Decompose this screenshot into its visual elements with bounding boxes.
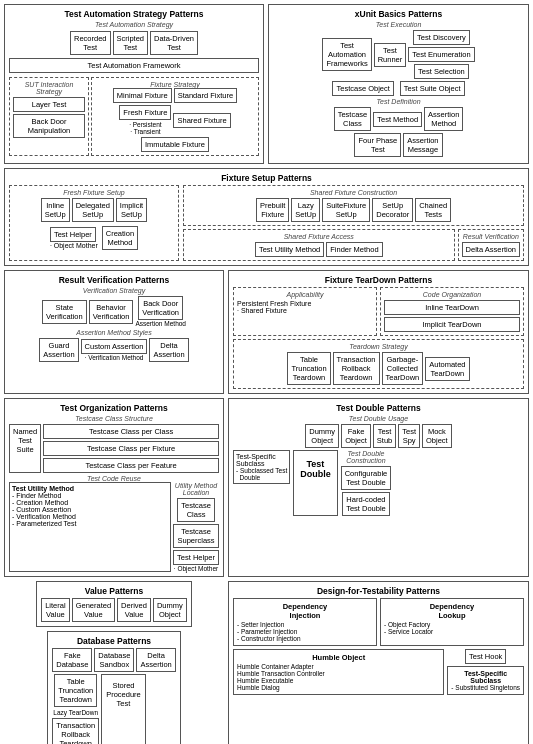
testcase-class-list: Testcase Class per Class Testcase Class … (43, 424, 219, 473)
delta-assertion-db: DeltaAssertion (136, 648, 175, 672)
automation-sub-label: Test Automation Strategy (9, 21, 259, 28)
dep-injection-section: DependencyInjection - Setter Injection -… (233, 598, 377, 646)
test-utility-method: Test Utility Method (255, 242, 324, 257)
object-mother-label: · Object Mother (50, 242, 98, 249)
fixture-teardown-title: Fixture TearDown Patterns (233, 275, 524, 285)
execution-label: Test Execution (273, 21, 524, 28)
recorded-test: RecordedTest (70, 31, 111, 55)
transaction-rollback-db: TransactionRollbackTeardown (52, 718, 99, 744)
fresh-fixture-group: Fresh Fixture · Persistent· Transient (119, 105, 171, 135)
implicit-setup: ImplicitSetUp (116, 198, 147, 222)
applicability-label: Applicability (237, 291, 373, 298)
database-bottom-items: TableTruncationTeardown Lazy TearDown Tr… (52, 674, 175, 744)
assertion-style-items: GuardAssertion Custom Assertion · Verifi… (9, 338, 219, 362)
verification-strategy-label: Verification Strategy (9, 287, 219, 294)
derived-value: DerivedValue (117, 598, 151, 622)
automation-strategy-section: Test Automation Strategy Patterns Test A… (4, 4, 264, 164)
helper-group: Test Helper · Object Mother (50, 227, 98, 249)
utility-method-group: Test Utility Method - Finder Method - Cr… (9, 482, 171, 572)
service-locator: - Service Locator (384, 628, 520, 635)
value-patterns-section: Value Patterns LiteralValue GeneratedVal… (36, 581, 192, 627)
result-verification-mini: Result Verification Delta Assertion (458, 229, 524, 261)
minimal-fixture: Minimal Fixture (113, 88, 172, 103)
teardown-strategy-label: Teardown Strategy (237, 343, 520, 350)
test-specific-sub-section: Test-SpecificSubclass - Substituted Sing… (447, 666, 524, 695)
fixture-top-items: Minimal Fixture Standard Fixture (95, 88, 255, 103)
prebuilt-fixture: PrebuiltFixture (256, 198, 289, 222)
fake-database: FakeDatabase (52, 648, 92, 672)
shared-access-label: Shared Fixture Access (187, 233, 451, 240)
custom-assertion: Custom Assertion (81, 339, 148, 354)
execution-items: TestAutomationFrameworks TestRunner Test… (273, 30, 524, 79)
shared-construction-items: PrebuiltFixture LazySetUp SuiteFixtureSe… (187, 198, 520, 222)
generated-value: GeneratedValue (72, 598, 115, 622)
utility-sub-items: - Finder Method - Creation Method - Cust… (12, 492, 168, 527)
humble-hook-row: Humble Object Humble Container Adapter H… (233, 649, 524, 695)
setup-decorator: SetUpDecorator (372, 198, 413, 222)
shared-access-items: Test Utility Method Finder Method (187, 242, 451, 257)
xunit-section: xUnit Basics Patterns Test Execution Tes… (268, 4, 529, 164)
definition-items: TestcaseClass Test Method AssertionMetho… (273, 107, 524, 131)
testcase-superclass-box: TestcaseSuperclass (173, 524, 218, 548)
teardown-top: Applicability Persistent Fresh Fixture ·… (233, 287, 524, 336)
subclassed-sub: - Subclassed Test Double (236, 467, 287, 481)
setter-injection: - Setter Injection (237, 621, 373, 628)
fresh-setup-section: Fresh Fixture Setup InlineSetUp Delegate… (9, 185, 179, 261)
chained-tests: ChainedTests (415, 198, 451, 222)
code-reuse-row: Test Utility Method - Finder Method - Cr… (9, 482, 219, 572)
sut-fixture-row: SUT InteractionStrategy Layer Test Back … (9, 77, 259, 156)
top-row: Test Automation Strategy Patterns Test A… (4, 4, 529, 164)
test-helper-location: Test Helper · Object Mother (173, 550, 219, 572)
humble-object-section: Humble Object Humble Container Adapter H… (233, 649, 444, 695)
creation-method-box: CreationMethod (102, 226, 138, 250)
test-discovery: Test Discovery (413, 30, 470, 45)
hook-subclass-group: Test Hook Test-SpecificSubclass - Substi… (447, 649, 524, 695)
stored-procedure-test: StoredProcedureTest (101, 674, 146, 744)
test-suite-object: Test Suite Object (400, 81, 465, 96)
suite-fixture-setup: SuiteFixtureSetUp (322, 198, 370, 222)
data-driven-test: Data-DrivenTest (150, 31, 198, 55)
design-testability-title: Design-for-Testability Patterns (233, 586, 524, 596)
dep-row: DependencyInjection - Setter Injection -… (233, 598, 524, 646)
fixture-setup-row: Fresh Fixture Setup InlineSetUp Delegate… (9, 185, 524, 261)
test-double-main: TestDouble (293, 450, 338, 516)
layer-test: Layer Test (13, 97, 85, 112)
automation-items: RecordedTest ScriptedTest Data-DrivenTes… (9, 31, 259, 55)
immutable-fixture: Immutable Fixture (141, 137, 209, 152)
automation-frameworks: TestAutomationFrameworks (322, 38, 371, 71)
test-specific-sub-title: Test-SpecificSubclass (451, 670, 520, 684)
table-truncation: TableTruncationTeardown (287, 352, 330, 385)
scripted-test: ScriptedTest (113, 31, 149, 55)
teardown-strategy-section: Teardown Strategy TableTruncationTeardow… (233, 339, 524, 389)
testcase-class-box: TestcaseClass (177, 498, 215, 522)
result-verification-mini-label: Result Verification (462, 233, 520, 240)
dep-injection-items: - Setter Injection - Parameter Injection… (237, 621, 373, 642)
lazy-teardown-label: Lazy TearDown (53, 709, 98, 716)
dummy-object: DummyObject (305, 424, 339, 448)
xunit-title: xUnit Basics Patterns (273, 9, 524, 19)
test-spy: TestSpy (398, 424, 420, 448)
test-method: Test Method (373, 112, 422, 127)
garbage-collected: Garbage-CollectedTearDown (382, 352, 424, 385)
verification-method-sub2: - Verification Method (12, 513, 168, 520)
named-test-suite: NamedTestSuite (9, 424, 41, 473)
behavior-verification: BehaviorVerification (89, 300, 134, 324)
testcase-class: TestcaseClass (334, 107, 372, 131)
humble-items: Humble Container Adapter Humble Transact… (237, 663, 440, 691)
backdoor-manipulation: Back DoorManipulation (13, 114, 85, 138)
custom-assertion-group: Custom Assertion · Verification Method (81, 339, 148, 361)
test-specific-label: Test-SpecificSubclass (236, 453, 287, 467)
state-verification: StateVerification (42, 300, 87, 324)
test-selection: Test Selection (414, 64, 469, 79)
shared-access-section: Shared Fixture Access Test Utility Metho… (183, 229, 455, 261)
sut-section: SUT InteractionStrategy Layer Test Back … (9, 77, 89, 156)
phase-items: Four PhaseTest AssertionMessage (273, 133, 524, 157)
fixture-mid-items: Fresh Fixture · Persistent· Transient Sh… (95, 105, 255, 152)
parameter-injection: - Parameter Injection (237, 628, 373, 635)
test-org-title: Test Organization Patterns (9, 403, 219, 413)
humble-object-title: Humble Object (237, 653, 440, 662)
finder-method-sub: - Finder Method (12, 492, 168, 499)
shared-fixture-label: · Shared Fixture (237, 307, 373, 314)
dep-injection-title: DependencyInjection (237, 602, 373, 620)
object-factory: - Object Factory (384, 621, 520, 628)
